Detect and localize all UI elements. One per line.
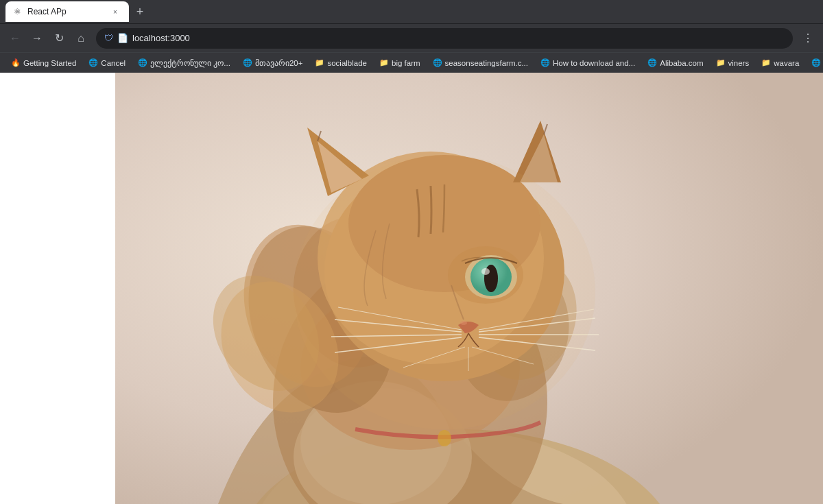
- forward-button[interactable]: →: [27, 29, 47, 48]
- bookmark-label-5: big farm: [392, 59, 420, 67]
- bookmark-howto[interactable]: 🌐 How to download and...: [535, 55, 641, 71]
- bookmark-label-0: Getting Started: [23, 59, 76, 67]
- bookmark-alibaba[interactable]: 🌐 Alibaba.com: [642, 55, 708, 71]
- bookmark-icon-1: 🌐: [88, 58, 98, 67]
- bookmark-icon-11: 🌐: [811, 58, 821, 67]
- bookmark-icon-8: 🌐: [647, 58, 657, 67]
- bookmark-icon-3: 🌐: [243, 58, 252, 67]
- bookmark-icon-10: 📁: [761, 58, 771, 67]
- bookmark-icon-9: 📁: [716, 58, 726, 67]
- bookmark-label-7: How to download and...: [553, 59, 635, 67]
- bookmark-label-4: socialblade: [327, 59, 367, 67]
- toolbar-right: ⋮: [798, 29, 818, 48]
- svg-point-40: [438, 430, 451, 446]
- bookmark-label-9: viners: [728, 59, 750, 67]
- toolbar: ← → ↻ ⌂ 🛡 📄 ⋮: [0, 23, 823, 52]
- extensions-button[interactable]: ⋮: [798, 29, 818, 48]
- svg-point-41: [294, 155, 595, 429]
- bookmark-cancel[interactable]: 🌐 Cancel: [83, 55, 131, 71]
- bookmark-label-6: seasonseatingsfarm.c...: [445, 59, 528, 67]
- bookmark-socialblade[interactable]: 📁 socialblade: [309, 55, 372, 71]
- new-tab-button[interactable]: +: [130, 2, 150, 21]
- bookmark-icon-4: 📁: [315, 58, 324, 67]
- back-button[interactable]: ←: [5, 29, 25, 48]
- active-tab[interactable]: ⚛ React APp ×: [5, 1, 129, 22]
- bookmark-label-8: Alibaba.com: [660, 59, 703, 67]
- bookmark-icon-6: 🌐: [433, 58, 442, 67]
- reload-button[interactable]: ↻: [49, 29, 69, 48]
- address-input[interactable]: [132, 33, 785, 43]
- tab-favicon: ⚛: [14, 7, 23, 16]
- bookmark-bigfarm[interactable]: 📁 big farm: [374, 55, 426, 71]
- bookmark-label-3: მთავარი20+: [255, 58, 303, 68]
- bookmark-wavara[interactable]: 📁 wavara: [756, 55, 804, 71]
- address-bar[interactable]: 🛡 📄: [96, 28, 793, 49]
- tab-close-button[interactable]: ×: [110, 6, 121, 17]
- bookmark-label-1: Cancel: [101, 59, 126, 67]
- bookmark-seasons[interactable]: 🌐 seasonseatingsfarm.c...: [427, 55, 534, 71]
- bookmark-mtavari[interactable]: 🌐 მთავარი20+: [237, 55, 309, 71]
- home-button[interactable]: ⌂: [71, 29, 91, 48]
- page-icon: 📄: [117, 33, 128, 43]
- bookmarks-bar: 🔥 Getting Started 🌐 Cancel 🌐 ელექტრონული…: [0, 52, 823, 73]
- cat-image: [115, 73, 823, 504]
- webpage-content: [0, 73, 823, 504]
- sidebar-white: [0, 73, 115, 504]
- bookmark-icon-2: 🌐: [138, 58, 147, 67]
- tab-title: React APp: [27, 7, 106, 16]
- cat-svg: [115, 73, 823, 504]
- tab-bar: ⚛ React APp × +: [0, 0, 823, 23]
- security-icon: 🛡: [104, 33, 113, 43]
- browser-chrome: ⚛ React APp × + ← → ↻ ⌂ 🛡 📄 ⋮ 🔥 Getting …: [0, 0, 823, 73]
- bookmark-georgian[interactable]: 🌐 ელექტრონული კო...: [132, 55, 236, 71]
- bookmark-label-10: wavara: [774, 59, 799, 67]
- bookmark-icon-7: 🌐: [540, 58, 550, 67]
- bookmark-icon-0: 🔥: [11, 58, 21, 67]
- bookmark-icon-5: 📁: [379, 58, 389, 67]
- bookmark-label-2: ელექტრონული კო...: [150, 58, 230, 68]
- bookmark-themes[interactable]: 🌐 themes: [806, 55, 823, 71]
- bookmark-viners[interactable]: 📁 viners: [711, 55, 755, 71]
- bookmark-getting-started[interactable]: 🔥 Getting Started: [5, 55, 82, 71]
